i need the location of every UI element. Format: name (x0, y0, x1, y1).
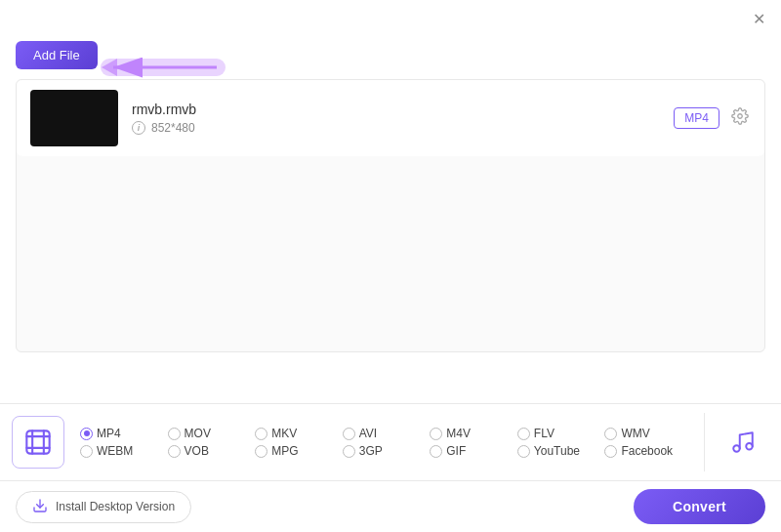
format-options-grid: MP4 MOV MKV AVI M4V FLV WMV WEBM (80, 427, 692, 458)
format-radio-wmv[interactable] (604, 428, 617, 440)
install-desktop-button[interactable]: Install Desktop Version (16, 491, 191, 523)
audio-format-icon[interactable] (717, 416, 769, 469)
format-radio-flv[interactable] (517, 428, 530, 440)
format-option-avi[interactable]: AVI (343, 427, 431, 440)
format-option-youtube[interactable]: YouTube (517, 444, 605, 458)
format-radio-m4v[interactable] (430, 428, 442, 440)
format-option-webm[interactable]: WEBM (80, 444, 168, 458)
svg-marker-1 (102, 59, 117, 76)
settings-button[interactable] (729, 105, 751, 131)
format-label-youtube: YouTube (534, 444, 580, 458)
format-option-mkv[interactable]: MKV (255, 427, 343, 440)
format-radio-avi[interactable] (343, 428, 355, 440)
download-icon (32, 498, 48, 516)
format-option-mp4[interactable]: MP4 (80, 427, 168, 440)
add-file-button[interactable]: Add File (16, 41, 98, 69)
format-option-3gp[interactable]: 3GP (343, 444, 431, 458)
file-item: rmvb.rmvb i 852*480 MP4 (17, 80, 764, 156)
format-radio-webm[interactable] (80, 445, 93, 458)
svg-rect-3 (26, 430, 49, 453)
format-label-vob: VOB (185, 444, 209, 458)
format-option-flv[interactable]: FLV (517, 427, 605, 440)
format-option-mov[interactable]: MOV (168, 427, 256, 440)
format-radio-facebook[interactable] (604, 445, 617, 458)
format-label-wmv: WMV (621, 427, 649, 440)
info-icon: i (132, 121, 145, 135)
format-radio-3gp[interactable] (343, 445, 355, 458)
title-bar: ✕ (0, 0, 781, 35)
format-label-mkv: MKV (271, 427, 297, 440)
format-label-mov: MOV (185, 427, 211, 440)
format-label-mp4: MP4 (97, 427, 121, 440)
format-badge-button[interactable]: MP4 (674, 107, 719, 129)
format-radio-mov[interactable] (168, 428, 181, 440)
format-option-gif[interactable]: GIF (430, 444, 517, 458)
format-label-mpg: MPG (271, 444, 298, 458)
format-label-gif: GIF (446, 444, 466, 458)
file-info: rmvb.rmvb i 852*480 (132, 102, 674, 135)
file-actions: MP4 (674, 105, 751, 131)
format-radio-vob[interactable] (168, 445, 181, 458)
toolbar: Add File (0, 35, 781, 79)
format-option-mpg[interactable]: MPG (255, 444, 343, 458)
format-radio-mkv[interactable] (255, 428, 267, 440)
svg-point-9 (746, 443, 753, 450)
video-format-icon[interactable] (12, 416, 64, 469)
format-option-facebook[interactable]: Facebook (604, 444, 692, 458)
close-button[interactable]: ✕ (749, 8, 769, 31)
format-radio-youtube[interactable] (517, 445, 530, 458)
format-label-3gp: 3GP (359, 444, 383, 458)
format-label-webm: WEBM (97, 444, 133, 458)
file-thumbnail (30, 90, 118, 146)
file-name: rmvb.rmvb (132, 102, 674, 117)
format-selector-bar: MP4 MOV MKV AVI M4V FLV WMV WEBM (0, 403, 781, 481)
convert-button[interactable]: Convert (634, 489, 765, 524)
format-radio-mpg[interactable] (255, 445, 267, 458)
format-option-vob[interactable]: VOB (168, 444, 256, 458)
file-meta: i 852*480 (132, 121, 674, 135)
format-option-wmv[interactable]: WMV (604, 427, 692, 440)
format-radio-mp4[interactable] (80, 428, 93, 440)
svg-point-8 (733, 445, 740, 452)
format-radio-gif[interactable] (430, 445, 442, 458)
format-label-facebook: Facebook (621, 444, 673, 458)
file-list: rmvb.rmvb i 852*480 MP4 (16, 79, 765, 352)
file-resolution: 852*480 (151, 121, 195, 135)
format-option-m4v[interactable]: M4V (430, 427, 517, 440)
format-label-m4v: M4V (446, 427, 471, 440)
format-divider (704, 413, 705, 471)
svg-point-2 (738, 114, 743, 119)
install-label: Install Desktop Version (56, 500, 175, 513)
format-label-avi: AVI (359, 427, 377, 440)
action-bar: Install Desktop Version Convert (0, 481, 781, 532)
format-label-flv: FLV (534, 427, 555, 440)
